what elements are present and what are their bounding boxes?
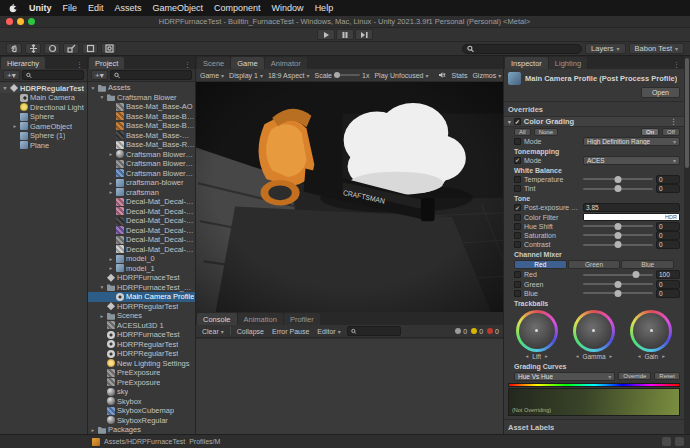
curve-type-dropdown[interactable]: Hue Vs Hue▾ xyxy=(514,372,615,381)
tree-item[interactable]: Decal-Mat_Decal-Opacity xyxy=(88,235,195,245)
red-slider[interactable] xyxy=(583,274,653,276)
scale-slider-track[interactable] xyxy=(334,74,360,76)
tab-console[interactable]: Console xyxy=(197,313,237,325)
tab-animator[interactable]: Animator xyxy=(265,57,307,69)
tree-item[interactable]: Directional Light xyxy=(0,103,87,113)
tree-item[interactable]: New Lighting Settings xyxy=(88,359,195,369)
trackball-right-arrow-icon[interactable]: ▸ xyxy=(610,353,613,359)
console-log-area[interactable] xyxy=(196,338,503,434)
channel-tab-blue[interactable]: Blue xyxy=(621,260,674,269)
tree-item[interactable]: HDRPRegularTest xyxy=(88,340,195,350)
slider-thumb[interactable] xyxy=(615,281,622,288)
trackball-right-arrow-icon[interactable]: ▸ xyxy=(662,353,665,359)
tree-item[interactable]: HDRPRegularTest xyxy=(88,349,195,359)
tree-item[interactable]: Main Camera xyxy=(0,93,87,103)
tree-item[interactable]: ▸model_0 xyxy=(88,254,195,264)
saturation-checkbox[interactable] xyxy=(514,232,521,239)
hand-tool-button[interactable] xyxy=(6,43,22,54)
menu-item-help[interactable]: Help xyxy=(315,3,334,13)
tree-item[interactable]: Decal-Mat_Decal-BaseColor xyxy=(88,197,195,207)
slider-thumb[interactable] xyxy=(615,290,622,297)
contrast-field[interactable]: 0 xyxy=(656,240,680,249)
tree-item[interactable]: Craftsman Blower Decal_Mask xyxy=(88,159,195,169)
foldout-arrow-icon[interactable]: ▸ xyxy=(99,313,105,319)
apple-logo-icon[interactable] xyxy=(8,3,18,13)
hue-shift-field[interactable]: 0 xyxy=(656,222,680,231)
tree-item[interactable]: Base-Mat_Base-Roughness xyxy=(88,140,195,150)
tree-item[interactable]: ▸Craftsman Blower Decal xyxy=(88,150,195,160)
foldout-arrow-icon[interactable]: ▸ xyxy=(108,256,114,262)
zoom-button[interactable] xyxy=(28,18,35,25)
saturation-slider[interactable] xyxy=(583,234,653,236)
move-tool-button[interactable] xyxy=(25,43,41,54)
global-search[interactable] xyxy=(462,44,582,54)
menu-item-gameobject[interactable]: GameObject xyxy=(153,3,204,13)
tree-item[interactable]: Main Camera Profile xyxy=(88,292,195,302)
trackball-left-arrow-icon[interactable]: ◂ xyxy=(638,353,641,359)
tree-item[interactable]: ▸craftsman-blower xyxy=(88,178,195,188)
asset-labels-header[interactable]: Asset Labels xyxy=(504,420,684,434)
tint-slider[interactable] xyxy=(583,188,653,190)
trackball-wheel[interactable] xyxy=(516,310,558,352)
tree-item[interactable]: Sphere xyxy=(0,112,87,122)
channel-tab-red[interactable]: Red xyxy=(514,260,567,269)
foldout-arrow-icon[interactable]: ▾ xyxy=(99,284,105,290)
layers-dropdown[interactable]: Layers▾ xyxy=(585,43,626,54)
grading-mode-dropdown[interactable]: High Definition Range▾ xyxy=(583,137,680,146)
foldout-arrow-icon[interactable]: ▸ xyxy=(108,151,114,157)
mode-checkbox[interactable] xyxy=(514,138,521,145)
color-grading-header[interactable]: ▾ ✓ Color Grading ⋮ xyxy=(504,116,684,127)
tree-item[interactable]: ▸model_1 xyxy=(88,264,195,274)
tree-item[interactable]: PreExposure xyxy=(88,378,195,388)
hierarchy-search[interactable] xyxy=(22,70,84,80)
foldout-arrow-icon[interactable]: ▸ xyxy=(108,180,114,186)
red-field[interactable]: 100 xyxy=(656,270,680,279)
menu-item-file[interactable]: File xyxy=(63,3,78,13)
none-button[interactable]: None xyxy=(534,128,558,136)
project-search-input[interactable] xyxy=(122,72,188,79)
selected-asset-path[interactable]: Assets/HDRPFurnaceTest_Profiles/M xyxy=(104,438,658,445)
tree-item[interactable]: Base-Mat_Base-AO xyxy=(88,102,195,112)
curve-editor[interactable]: (Not Overriding) xyxy=(508,388,680,416)
activity-icon[interactable] xyxy=(662,437,671,446)
green-field[interactable]: 0 xyxy=(656,280,680,289)
play-button[interactable] xyxy=(317,29,335,40)
tree-item[interactable]: Skybox xyxy=(88,397,195,407)
foldout-arrow-icon[interactable]: ▸ xyxy=(108,265,114,271)
tree-item[interactable]: Decal-Mat_Decal-BaseColor xyxy=(88,207,195,217)
color-filter-swatch[interactable]: HDR xyxy=(583,213,680,221)
foldout-arrow-icon[interactable]: ▸ xyxy=(12,123,18,129)
saturation-field[interactable]: 0 xyxy=(656,231,680,240)
menu-item-window[interactable]: Window xyxy=(272,3,304,13)
tree-item[interactable]: SkyboxRegular xyxy=(88,416,195,426)
contrast-checkbox[interactable] xyxy=(514,241,521,248)
tree-item[interactable]: HDRPFurnaceTest xyxy=(88,273,195,283)
open-button[interactable]: Open xyxy=(641,87,680,98)
tree-item[interactable]: Craftsman Blower_MaskMap xyxy=(88,169,195,179)
tree-item[interactable]: Base-Mat_Base-BaseColor 2 xyxy=(88,112,195,122)
hue-shift-checkbox[interactable] xyxy=(514,223,521,230)
console-search-input[interactable] xyxy=(358,328,397,335)
color-grading-checkbox[interactable]: ✓ xyxy=(514,118,521,125)
tree-item[interactable]: Base-Mat_Base-BaseColor xyxy=(88,121,195,131)
project-menu-icon[interactable]: ⋮ xyxy=(181,61,194,69)
override-button[interactable]: Override xyxy=(618,372,651,380)
tree-item[interactable]: SkyboxCubemap xyxy=(88,406,195,416)
slider-thumb[interactable] xyxy=(615,185,622,192)
tree-item[interactable]: Decal-Mat_Decal-Metalness xyxy=(88,216,195,226)
scrollbar-thumb[interactable] xyxy=(685,58,689,168)
game-viewport[interactable]: CRAFTSMAN xyxy=(196,82,503,312)
error-pause-button[interactable]: Error Pause xyxy=(270,328,311,335)
scale-slider[interactable]: Scale 1x xyxy=(315,72,370,79)
trackball-left-arrow-icon[interactable]: ◂ xyxy=(526,353,529,359)
notifications-icon[interactable] xyxy=(675,437,684,446)
tab-project[interactable]: Project xyxy=(89,57,124,69)
collapse-button[interactable]: Collapse xyxy=(235,328,266,335)
trackball-wheel[interactable] xyxy=(630,310,672,352)
hierarchy-search-input[interactable] xyxy=(34,72,80,79)
hierarchy-menu-icon[interactable]: ⋮ xyxy=(73,61,86,69)
info-count[interactable]: 0 xyxy=(455,328,467,335)
slider-thumb[interactable] xyxy=(615,223,622,230)
trackball-left-arrow-icon[interactable]: ◂ xyxy=(576,353,579,359)
error-count[interactable]: 0 xyxy=(487,328,499,335)
